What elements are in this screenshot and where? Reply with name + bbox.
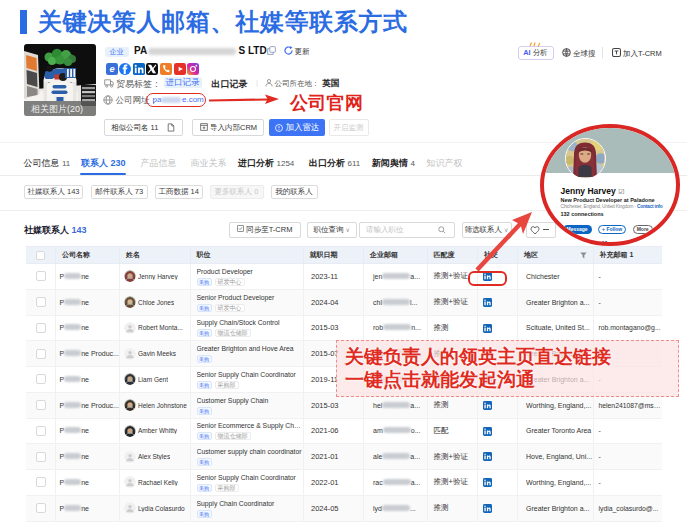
svg-text:相关图片(20): 相关图片(20) xyxy=(31,104,83,114)
svg-text:e: e xyxy=(109,64,114,74)
